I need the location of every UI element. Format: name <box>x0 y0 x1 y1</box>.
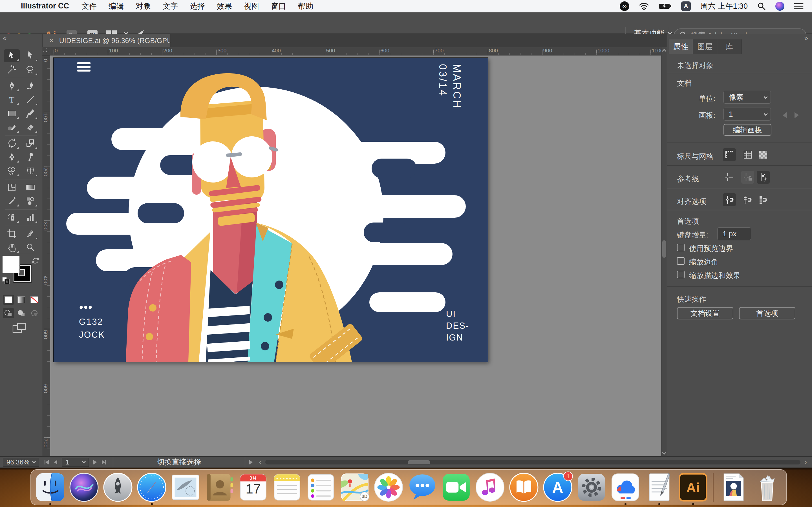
close-tab-icon[interactable]: × <box>49 36 54 45</box>
snap-to-point-button[interactable] <box>723 193 736 206</box>
scale-corners-checkbox[interactable] <box>677 257 684 265</box>
status-display[interactable]: 切换直接选择 <box>113 457 245 468</box>
dock-reminders-icon[interactable] <box>305 471 337 503</box>
horizontal-scrollbar[interactable] <box>265 460 801 464</box>
last-artboard-button[interactable] <box>102 458 106 466</box>
swap-fill-stroke-icon[interactable] <box>32 257 40 264</box>
type-tool[interactable]: T <box>4 93 20 106</box>
artboard-tool[interactable] <box>4 227 20 240</box>
snap-to-grid-button[interactable] <box>741 193 754 206</box>
ruler-origin-corner[interactable] <box>42 47 50 55</box>
spotlight-icon[interactable] <box>757 2 766 10</box>
lasso-tool[interactable] <box>22 63 38 76</box>
rectangle-tool[interactable] <box>4 107 20 120</box>
line-segment-tool[interactable] <box>22 93 38 106</box>
menu-file[interactable]: 文件 <box>82 1 97 11</box>
shaper-tool[interactable] <box>4 121 20 134</box>
pen-tool[interactable] <box>4 79 20 93</box>
notification-center-icon[interactable] <box>794 2 804 10</box>
scroll-left-icon[interactable]: ‹ <box>259 458 261 466</box>
creative-cloud-icon[interactable]: ∞ <box>620 1 629 11</box>
column-graph-tool[interactable] <box>22 211 38 224</box>
edit-artboards-button[interactable]: 编辑画板 <box>723 124 771 136</box>
dock-mail-icon[interactable] <box>170 471 201 503</box>
direct-selection-tool[interactable] <box>22 49 38 62</box>
canvas[interactable]: MARCH 03/14 G132 JOCK UI DES- IGN <box>50 55 661 456</box>
show-grid-button[interactable] <box>741 148 754 161</box>
wifi-icon[interactable] <box>639 2 649 10</box>
dock-textedit-icon[interactable] <box>644 471 675 503</box>
keyboard-increment-input[interactable]: 1 px <box>717 227 751 240</box>
siri-icon[interactable] <box>775 2 784 11</box>
dock-calendar-icon[interactable]: 3月 17 <box>238 471 269 503</box>
scale-tool[interactable] <box>22 137 38 150</box>
paintbrush-tool[interactable] <box>22 107 38 120</box>
dock-ibooks-icon[interactable] <box>508 471 540 503</box>
vertical-ruler[interactable]: 0100200300400500600700 <box>42 55 50 456</box>
horizontal-ruler[interactable]: 010020030040050060070080090010001100 <box>50 47 661 55</box>
menu-help[interactable]: 帮助 <box>298 1 313 11</box>
menu-clock[interactable]: 周六 上午1:30 <box>700 1 748 11</box>
symbol-sprayer-tool[interactable] <box>4 211 20 224</box>
menu-edit[interactable]: 编辑 <box>109 1 124 11</box>
menu-view[interactable]: 视图 <box>244 1 259 11</box>
dock-app-store-icon[interactable]: A 1 <box>542 471 573 503</box>
dock-system-preferences-icon[interactable] <box>576 471 607 503</box>
previous-artboard-button[interactable] <box>54 460 57 464</box>
mesh-tool[interactable] <box>4 181 20 194</box>
dock-trash-icon[interactable] <box>751 471 783 503</box>
screen-mode-button[interactable] <box>12 322 27 335</box>
menu-type[interactable]: 文字 <box>163 1 178 11</box>
rotate-tool[interactable] <box>4 137 20 150</box>
lock-guides-button[interactable] <box>741 171 754 184</box>
battery-icon[interactable] <box>659 3 672 10</box>
show-rulers-button[interactable] <box>723 148 736 161</box>
status-menu-icon[interactable] <box>249 460 253 464</box>
scroll-thumb[interactable] <box>662 240 666 258</box>
default-fill-stroke-icon[interactable] <box>2 277 9 284</box>
tab-libraries[interactable]: 库 <box>717 40 742 54</box>
puppet-warp-tool[interactable] <box>22 151 38 164</box>
dock-finder-icon[interactable] <box>35 471 66 503</box>
draw-behind-button[interactable] <box>16 308 27 318</box>
input-source-icon[interactable]: A <box>681 1 691 11</box>
show-guides-button[interactable] <box>723 171 736 184</box>
eraser-tool[interactable] <box>22 121 38 134</box>
scroll-thumb[interactable] <box>408 460 430 464</box>
dock-document-icon[interactable] <box>718 471 749 503</box>
curvature-tool[interactable] <box>22 79 38 93</box>
dock-baidu-netdisk-icon[interactable] <box>610 471 641 503</box>
show-transparency-grid-button[interactable] <box>757 148 770 161</box>
width-tool[interactable] <box>4 151 20 164</box>
unit-dropdown[interactable]: 像素 <box>723 91 771 104</box>
dock-contacts-icon[interactable] <box>204 471 235 503</box>
snap-to-pixel-button[interactable] <box>757 193 770 206</box>
magic-wand-tool[interactable] <box>4 63 20 76</box>
vertical-scrollbar[interactable] <box>661 47 667 456</box>
fill-swatch[interactable] <box>2 256 20 273</box>
gradient-mode-button[interactable] <box>16 295 27 305</box>
blend-tool[interactable] <box>22 194 38 208</box>
artboard[interactable]: MARCH 03/14 G132 JOCK UI DES- IGN <box>54 58 488 362</box>
menu-window[interactable]: 窗口 <box>271 1 286 11</box>
scroll-down-icon[interactable] <box>662 450 666 455</box>
use-preview-bounds-checkbox[interactable] <box>677 244 684 251</box>
preferences-button[interactable]: 首选项 <box>739 307 795 320</box>
dock-launchpad-icon[interactable] <box>102 471 134 503</box>
artboard-navigation-select[interactable]: 1 <box>62 458 89 467</box>
prev-artboard-icon[interactable] <box>783 112 787 118</box>
tab-properties[interactable]: 属性 <box>669 40 693 54</box>
menu-effect[interactable]: 效果 <box>217 1 232 11</box>
dock-facetime-icon[interactable] <box>441 471 472 503</box>
zoom-tool[interactable] <box>22 241 38 254</box>
shape-builder-tool[interactable] <box>4 165 20 177</box>
dock-illustrator-icon[interactable]: Ai <box>677 471 709 503</box>
document-tab[interactable]: × UIDESIGE.ai @ 96.36% (RGB/GPU 预览) <box>43 34 170 47</box>
document-setup-button[interactable]: 文档设置 <box>677 307 733 320</box>
selection-tool[interactable] <box>4 49 20 62</box>
artboard-dropdown[interactable]: 1 <box>723 108 771 121</box>
scroll-up-icon[interactable] <box>662 49 666 54</box>
dock-itunes-icon[interactable] <box>474 471 506 503</box>
menu-object[interactable]: 对象 <box>136 1 151 11</box>
dock-siri-icon[interactable] <box>68 471 100 503</box>
